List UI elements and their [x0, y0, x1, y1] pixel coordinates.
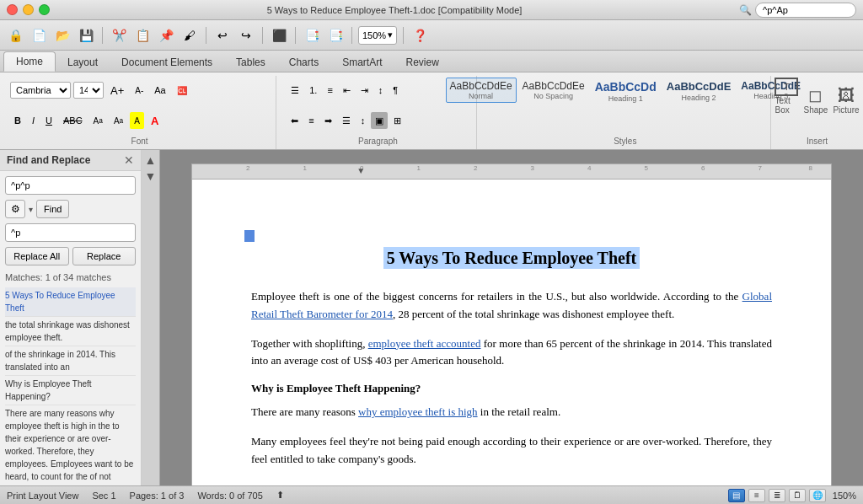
- draft-view-btn[interactable]: ≣: [769, 489, 785, 502]
- toolbar-lock-icon[interactable]: 🔒: [5, 25, 25, 46]
- replace-all-btn[interactable]: Replace All: [5, 247, 69, 265]
- document-area[interactable]: 2 1 0 1 2 3 4 5 6 7 8 ▼ 5 Ways To Reduce…: [160, 150, 863, 485]
- tab-smartart[interactable]: SmartArt: [330, 53, 394, 72]
- minimize-button[interactable]: [23, 4, 34, 15]
- close-button[interactable]: [7, 4, 18, 15]
- toolbar-sep-6: [403, 27, 404, 44]
- bullets-btn[interactable]: ☰: [287, 82, 303, 99]
- toolbar-docx-icon[interactable]: 📑: [325, 25, 346, 46]
- align-left-btn[interactable]: ⬅: [287, 112, 303, 129]
- align-right-btn[interactable]: ➡: [320, 112, 336, 129]
- insert-picture-label: Picture: [833, 105, 859, 115]
- font-grow-btn[interactable]: A+: [106, 82, 128, 99]
- match-item-1[interactable]: the total shrinkage was dishonest employ…: [5, 317, 136, 346]
- tab-charts[interactable]: Charts: [277, 53, 330, 72]
- find-panel-close-btn[interactable]: ✕: [124, 153, 134, 167]
- tab-tables[interactable]: Tables: [224, 53, 277, 72]
- bold-button[interactable]: B: [10, 112, 25, 129]
- underline-button[interactable]: U: [41, 112, 56, 129]
- match-item-4[interactable]: There are many reasons why employee thef…: [5, 405, 136, 485]
- view-mode-icons: ▤ ≡ ≣ 🗒 🌐: [728, 489, 826, 502]
- multilevel-btn[interactable]: ≡: [323, 82, 336, 99]
- align-center-btn[interactable]: ≡: [304, 112, 318, 129]
- font-name-select[interactable]: Cambria: [10, 82, 71, 99]
- sort-btn[interactable]: ↕: [374, 82, 388, 99]
- text-cursor-marker: [244, 230, 255, 242]
- increase-indent-btn[interactable]: ⇥: [356, 82, 373, 99]
- highlight-button[interactable]: A: [130, 112, 144, 129]
- nav-up-arrow[interactable]: ▲: [145, 153, 157, 167]
- find-gear-btn[interactable]: ⚙: [5, 200, 25, 218]
- insert-picture-btn[interactable]: 🖼 Picture: [833, 86, 859, 115]
- font-color-button[interactable]: A: [147, 112, 163, 129]
- toolbar-copy-icon[interactable]: 📋: [132, 25, 153, 46]
- find-search-input[interactable]: [5, 176, 136, 195]
- insert-textbox-btn[interactable]: T Text Box: [775, 78, 798, 115]
- numbering-btn[interactable]: 1.: [305, 82, 321, 99]
- replace-btn[interactable]: Replace: [72, 247, 137, 265]
- match-item-2[interactable]: of the shrinkage in 2014. This translate…: [5, 346, 136, 376]
- find-find-btn[interactable]: Find: [36, 200, 69, 218]
- window-title: 5 Ways to Reduce Employee Theft-1.doc [C…: [267, 5, 523, 15]
- strikethrough-button[interactable]: ABC: [59, 112, 87, 129]
- nav-down-arrow[interactable]: ▼: [145, 169, 157, 183]
- link-why-high[interactable]: why employee theft is high: [358, 405, 478, 418]
- tab-layout[interactable]: Layout: [56, 53, 110, 72]
- ruler: 2 1 0 1 2 3 4 5 6 7 8 ▼: [191, 164, 832, 179]
- styles-group: AaBbCcDdEe Normal AaBbCcDdEe No Spacing …: [480, 76, 771, 149]
- zoom-dropdown-icon[interactable]: ▾: [388, 29, 393, 40]
- font-size-select[interactable]: 14: [73, 82, 104, 99]
- zoom-control[interactable]: 150% ▾: [358, 26, 397, 45]
- style-heading1[interactable]: AaBbCcDd Heading 1: [591, 78, 661, 105]
- italic-button[interactable]: I: [28, 112, 39, 129]
- toolbar-open-icon[interactable]: 📂: [52, 25, 72, 46]
- justify-btn[interactable]: ☰: [338, 112, 355, 129]
- font-clear-btn[interactable]: 🆑: [173, 82, 191, 99]
- style-no-spacing[interactable]: AaBbCcDdEe No Spacing: [518, 78, 589, 103]
- maximize-button[interactable]: [39, 4, 50, 15]
- style-normal[interactable]: AaBbCcDdEe Normal: [446, 78, 517, 103]
- toolbar-symbol-icon[interactable]: ⬛: [269, 25, 289, 46]
- notebook-view-btn[interactable]: 🗒: [789, 489, 806, 502]
- menu-tabs: Home Layout Document Elements Tables Cha…: [0, 51, 863, 72]
- status-section: Sec 1: [92, 491, 115, 501]
- toolbar-doc-icon[interactable]: 📑: [302, 25, 322, 46]
- toolbar-newdoc-icon[interactable]: 📄: [29, 25, 49, 46]
- decrease-indent-btn[interactable]: ⇤: [339, 82, 355, 99]
- superscript-button[interactable]: Aa: [89, 112, 107, 129]
- left-margin-nav: ▲ ▼: [142, 150, 160, 485]
- title-text: 5 Ways To Reduce Employee Theft: [383, 247, 641, 269]
- toolbar-cut-icon[interactable]: ✂️: [109, 25, 129, 46]
- match-item-0[interactable]: 5 Ways To Reduce Employee Theft: [5, 287, 136, 317]
- show-marks-btn[interactable]: ¶: [389, 82, 402, 99]
- replace-input[interactable]: [5, 223, 136, 242]
- paragraph-controls: ☰ 1. ≡ ⇤ ⇥ ↕ ¶ ⬅ ≡ ➡ ☰ ↕ ▣ ⊞: [287, 78, 469, 133]
- link-employee-theft[interactable]: employee theft accounted: [368, 337, 481, 350]
- title-search-input[interactable]: [755, 3, 856, 18]
- find-panel-body: ⚙ ▾ Find Replace All Replace Matches: 1 …: [0, 171, 141, 485]
- style-heading2[interactable]: AaBbCcDdE Heading 2: [662, 78, 736, 105]
- font-case-btn[interactable]: Aa: [150, 82, 169, 99]
- outline-view-btn[interactable]: ≡: [748, 489, 765, 502]
- tab-home[interactable]: Home: [3, 51, 56, 72]
- shading-btn[interactable]: ▣: [371, 112, 388, 129]
- toolbar-paste-icon[interactable]: 📌: [156, 25, 176, 46]
- line-spacing-btn[interactable]: ↕: [356, 112, 370, 129]
- toolbar-save-icon[interactable]: 💾: [76, 25, 96, 46]
- print-layout-btn[interactable]: ▤: [728, 489, 745, 502]
- font-group: Cambria 14 A+ A- Aa 🆑 B I U ABC Aa Aa A …: [3, 76, 276, 149]
- toolbar-undo-icon[interactable]: ↩: [212, 25, 233, 46]
- match-item-3[interactable]: Why is Employee Theft Happening?: [5, 376, 136, 405]
- status-upload-icon[interactable]: ⬆: [276, 490, 284, 501]
- toolbar-redo-icon[interactable]: ↪: [236, 25, 256, 46]
- subscript-button[interactable]: Aa: [110, 112, 127, 129]
- web-view-btn[interactable]: 🌐: [809, 489, 826, 502]
- document-title: 5 Ways To Reduce Employee Theft: [251, 249, 772, 268]
- toolbar-help-icon[interactable]: ❓: [410, 25, 430, 46]
- toolbar-format-icon[interactable]: 🖌: [180, 25, 200, 46]
- insert-shape-btn[interactable]: ◻ Shape: [803, 85, 828, 115]
- tab-review[interactable]: Review: [394, 53, 450, 72]
- font-shrink-btn[interactable]: A-: [131, 82, 147, 99]
- tab-document-elements[interactable]: Document Elements: [110, 53, 224, 72]
- borders-btn[interactable]: ⊞: [389, 112, 405, 129]
